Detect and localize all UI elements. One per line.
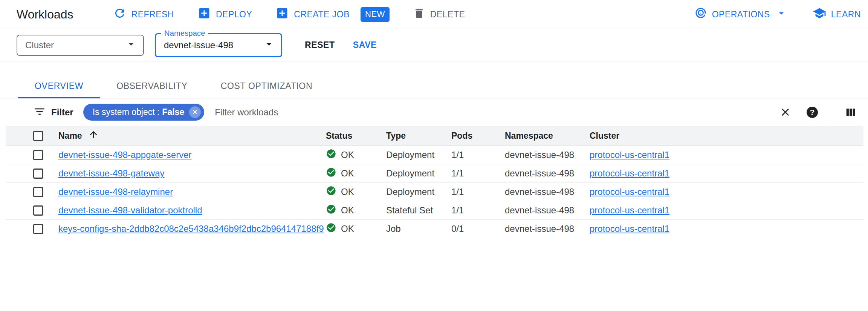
type-cell: Deployment bbox=[386, 168, 451, 179]
divider bbox=[827, 103, 827, 121]
tab-observability[interactable]: OBSERVABILITY bbox=[100, 75, 204, 98]
workload-name-link[interactable]: devnet-issue-498-gateway bbox=[58, 168, 165, 178]
column-header-name[interactable]: Name bbox=[58, 131, 82, 141]
status-ok-icon bbox=[326, 185, 336, 198]
row-checkbox[interactable] bbox=[33, 187, 43, 197]
type-cell: Stateful Set bbox=[386, 205, 451, 216]
refresh-button[interactable]: REFRESH bbox=[113, 6, 174, 22]
learn-button[interactable]: LEARN bbox=[813, 6, 861, 22]
row-checkbox[interactable] bbox=[33, 205, 43, 216]
operations-label: OPERATIONS bbox=[712, 9, 770, 20]
cluster-select-value: Cluster bbox=[25, 40, 54, 51]
delete-label: DELETE bbox=[430, 9, 465, 20]
namespace-cell: devnet-issue-498 bbox=[505, 205, 590, 216]
pods-cell: 1/1 bbox=[451, 168, 505, 179]
column-settings-icon[interactable] bbox=[844, 106, 857, 119]
filter-label: Filter bbox=[51, 107, 73, 118]
filter-chip-label: Is system object : bbox=[93, 107, 160, 117]
chevron-down-icon bbox=[263, 38, 275, 52]
cluster-link[interactable]: protocol-us-central1 bbox=[590, 224, 669, 234]
tab-cost-optimization[interactable]: COST OPTIMIZATION bbox=[204, 75, 329, 98]
workload-name-link[interactable]: keys-configs-sha-2ddb82c08c2e5438a346b9f… bbox=[58, 224, 324, 234]
pods-cell: 1/1 bbox=[451, 205, 505, 216]
chevron-down-icon bbox=[125, 38, 137, 52]
refresh-label: REFRESH bbox=[131, 9, 174, 20]
workload-name-link[interactable]: devnet-issue-498-validator-poktrolld bbox=[58, 205, 202, 215]
filter-bar: Filter Is system object : False ✕ ? bbox=[0, 98, 868, 126]
toolbar-right: OPERATIONS LEARN bbox=[694, 6, 861, 22]
cluster-select[interactable]: Cluster bbox=[17, 35, 144, 56]
operations-button[interactable]: OPERATIONS bbox=[694, 7, 787, 22]
type-cell: Job bbox=[386, 224, 451, 234]
pods-cell: 0/1 bbox=[451, 224, 505, 234]
clear-filters-icon[interactable] bbox=[779, 106, 792, 118]
learn-school-icon bbox=[813, 6, 826, 22]
select-all-checkbox[interactable] bbox=[33, 131, 43, 141]
chip-remove-icon[interactable]: ✕ bbox=[189, 106, 201, 118]
create-job-button[interactable]: CREATE JOB NEW bbox=[275, 6, 390, 22]
status-text: OK bbox=[341, 187, 354, 197]
sort-ascending-icon[interactable] bbox=[88, 129, 99, 142]
status-text: OK bbox=[341, 224, 354, 234]
status-text: OK bbox=[341, 168, 354, 179]
create-job-label: CREATE JOB bbox=[294, 9, 350, 20]
table-row: devnet-issue-498-gateway OK Deployment 1… bbox=[6, 164, 863, 183]
tab-bar: OVERVIEW OBSERVABILITY COST OPTIMIZATION bbox=[0, 61, 868, 98]
cluster-link[interactable]: protocol-us-central1 bbox=[590, 168, 669, 178]
table-row: devnet-issue-498-appgate-server OK Deplo… bbox=[6, 146, 863, 164]
new-badge: NEW bbox=[361, 7, 390, 22]
workload-name-link[interactable]: devnet-issue-498-relayminer bbox=[58, 187, 173, 197]
column-header-pods[interactable]: Pods bbox=[451, 131, 505, 141]
row-checkbox[interactable] bbox=[33, 169, 43, 179]
operations-swirl-icon bbox=[694, 7, 707, 22]
column-header-cluster[interactable]: Cluster bbox=[590, 131, 863, 141]
help-icon[interactable]: ? bbox=[807, 107, 818, 118]
deploy-button[interactable]: DEPLOY bbox=[197, 6, 252, 22]
dropdown-caret-icon bbox=[776, 8, 787, 21]
namespace-cell: devnet-issue-498 bbox=[505, 150, 590, 160]
learn-label: LEARN bbox=[831, 9, 861, 20]
table-header-row: Name Status Type Pods Namespace Cluster bbox=[6, 126, 863, 146]
page-title: Workloads bbox=[17, 8, 73, 21]
column-header-status[interactable]: Status bbox=[326, 131, 386, 141]
tab-overview[interactable]: OVERVIEW bbox=[18, 75, 100, 98]
save-button[interactable]: SAVE bbox=[353, 40, 377, 50]
reset-button[interactable]: RESET bbox=[305, 40, 335, 50]
status-text: OK bbox=[341, 205, 354, 216]
selectors-row: Cluster Namespace devnet-issue-498 RESET… bbox=[0, 29, 868, 61]
namespace-select-label: Namespace bbox=[161, 29, 208, 38]
workloads-page: Workloads REFRESH DEPLOY CREATE JOB NEW … bbox=[0, 0, 868, 311]
table-row: devnet-issue-498-validator-poktrolld OK … bbox=[6, 201, 863, 220]
trash-icon bbox=[413, 7, 425, 22]
table-body: devnet-issue-498-appgate-server OK Deplo… bbox=[6, 146, 863, 238]
delete-button[interactable]: DELETE bbox=[413, 7, 465, 22]
namespace-cell: devnet-issue-498 bbox=[505, 168, 590, 179]
namespace-select[interactable]: Namespace devnet-issue-498 bbox=[155, 33, 282, 57]
refresh-icon bbox=[113, 6, 127, 22]
row-checkbox[interactable] bbox=[33, 150, 43, 160]
pods-cell: 1/1 bbox=[451, 187, 505, 197]
namespace-select-value: devnet-issue-498 bbox=[164, 40, 233, 51]
filter-list-icon bbox=[33, 105, 46, 119]
type-cell: Deployment bbox=[386, 187, 451, 197]
column-header-namespace[interactable]: Namespace bbox=[505, 131, 590, 141]
cluster-link[interactable]: protocol-us-central1 bbox=[590, 205, 669, 215]
deploy-label: DEPLOY bbox=[216, 9, 252, 20]
filter-chip[interactable]: Is system object : False ✕ bbox=[83, 104, 205, 121]
filter-workloads-input[interactable] bbox=[215, 107, 426, 118]
namespace-cell: devnet-issue-498 bbox=[505, 187, 590, 197]
cluster-link[interactable]: protocol-us-central1 bbox=[590, 150, 669, 160]
workload-name-link[interactable]: devnet-issue-498-appgate-server bbox=[58, 150, 192, 160]
status-ok-icon bbox=[326, 204, 336, 217]
status-ok-icon bbox=[326, 149, 336, 161]
pods-cell: 1/1 bbox=[451, 150, 505, 160]
cluster-link[interactable]: protocol-us-central1 bbox=[590, 187, 669, 197]
table-row: devnet-issue-498-relayminer OK Deploymen… bbox=[6, 183, 863, 201]
workloads-table: Name Status Type Pods Namespace Cluster … bbox=[6, 126, 863, 238]
column-header-type[interactable]: Type bbox=[386, 131, 451, 141]
namespace-cell: devnet-issue-498 bbox=[505, 224, 590, 234]
add-box-icon bbox=[275, 6, 289, 22]
status-ok-icon bbox=[326, 222, 336, 235]
row-checkbox[interactable] bbox=[33, 224, 43, 234]
table-row: keys-configs-sha-2ddb82c08c2e5438a346b9f… bbox=[6, 220, 863, 238]
